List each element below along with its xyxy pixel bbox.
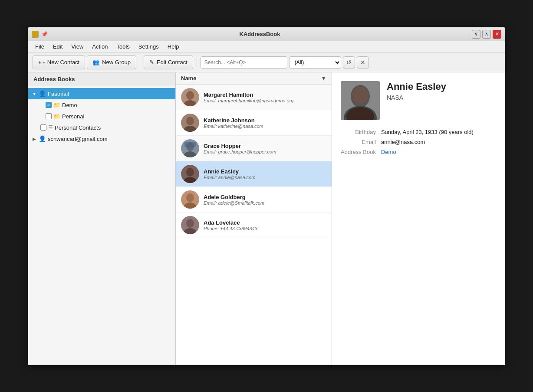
main-window: 📌 KAddressBook ∨ ∧ ✕ File Edit View Acti… bbox=[28, 27, 505, 365]
edit-contact-button[interactable]: ✎ Edit Contact bbox=[144, 56, 193, 69]
new-contact-label: + New Contact bbox=[43, 59, 80, 65]
group-icon: 👥 bbox=[92, 59, 99, 65]
demo-checkbox[interactable]: ✓ bbox=[46, 102, 52, 108]
katherine-avatar bbox=[181, 114, 199, 132]
addressbook-value[interactable]: Demo bbox=[381, 149, 496, 155]
pin-icon[interactable]: 📌 bbox=[41, 31, 48, 37]
svg-point-4 bbox=[186, 117, 194, 125]
margaret-avatar bbox=[181, 88, 199, 106]
contact-row-katherine[interactable]: Katherine Johnson Email: katherine@nasa.… bbox=[176, 110, 332, 136]
contacts-list: Margaret Hamilton Email: margaret.hamilt… bbox=[176, 85, 332, 365]
addressbook-icon: ☰ bbox=[48, 124, 53, 131]
addressbook-label: Address Book bbox=[341, 149, 376, 155]
new-group-label: New Group bbox=[102, 59, 131, 65]
plus-icon: + bbox=[38, 59, 42, 65]
sidebar: Address Books ▼ 👤 Fastmail ✓ 📁 Demo bbox=[28, 72, 176, 365]
app-icon bbox=[32, 31, 39, 38]
contact-row-margaret[interactable]: Margaret Hamilton Email: margaret.hamilt… bbox=[176, 85, 332, 110]
margaret-email: Email: margaret.hamilton@nasa-demo.org bbox=[204, 98, 326, 103]
menu-edit[interactable]: Edit bbox=[49, 42, 66, 51]
email-value[interactable]: annie@nasa.com bbox=[381, 139, 496, 145]
toolbar-separator-2 bbox=[197, 56, 197, 69]
fastmail-label: Fastmail bbox=[48, 91, 69, 97]
contacts-panel: Name ▼ Margaret Hamilton Email: bbox=[176, 72, 332, 365]
detail-name: Annie Easley bbox=[387, 81, 446, 92]
personal-contacts-checkbox[interactable] bbox=[40, 124, 46, 131]
sidebar-item-demo[interactable]: ✓ 📁 Demo bbox=[28, 99, 175, 111]
ada-name: Ada Lovelace bbox=[204, 219, 326, 226]
minimize-button[interactable]: ∨ bbox=[472, 30, 480, 39]
fastmail-account-icon: 👤 bbox=[39, 90, 46, 97]
sidebar-item-schwancarl[interactable]: ▶ 👤 schwancarl@gmail.com bbox=[28, 133, 175, 144]
edit-contact-label: Edit Contact bbox=[157, 59, 188, 65]
margaret-info: Margaret Hamilton Email: margaret.hamilt… bbox=[204, 91, 326, 103]
personal-contacts-label: Personal Contacts bbox=[55, 124, 101, 131]
search-input[interactable] bbox=[201, 56, 287, 69]
ada-email: Phone: +44 43 43894343 bbox=[204, 226, 326, 231]
personal-checkbox[interactable] bbox=[46, 113, 52, 119]
contacts-header: Name ▼ bbox=[176, 72, 332, 85]
close-button[interactable]: ✕ bbox=[493, 30, 501, 39]
filter-dropdown[interactable]: (All) Demo Personal bbox=[289, 56, 341, 69]
maximize-button[interactable]: ∧ bbox=[482, 30, 491, 39]
detail-org: NASA bbox=[387, 94, 446, 101]
edit-icon: ✎ bbox=[149, 59, 154, 65]
katherine-name: Katherine Johnson bbox=[204, 117, 326, 124]
contact-row-annie[interactable]: Annie Easley Email: annie@nasa.com bbox=[176, 161, 332, 187]
annie-email: Email: annie@nasa.com bbox=[204, 175, 326, 180]
titlebar-left: 📌 bbox=[32, 31, 48, 38]
birthday-value: Sunday, April 23, 1933 (90 years old) bbox=[381, 129, 496, 135]
contacts-name-header[interactable]: Name bbox=[181, 75, 321, 82]
menu-file[interactable]: File bbox=[32, 42, 48, 51]
undo-button[interactable]: ↺ bbox=[343, 56, 355, 69]
schwancarl-account-icon: 👤 bbox=[39, 135, 46, 142]
detail-header: Annie Easley NASA bbox=[341, 81, 496, 120]
personal-folder-icon: 📁 bbox=[53, 113, 60, 120]
svg-rect-9 bbox=[184, 142, 196, 147]
adele-avatar bbox=[181, 190, 199, 209]
grace-info: Grace Hopper Email: grace.hopper@hopper.… bbox=[204, 143, 326, 154]
svg-point-17 bbox=[186, 219, 194, 228]
sidebar-item-fastmail[interactable]: ▼ 👤 Fastmail bbox=[28, 88, 175, 99]
personal-label: Personal bbox=[62, 113, 84, 120]
svg-point-22 bbox=[352, 87, 368, 104]
ada-avatar bbox=[181, 216, 199, 234]
contact-row-adele[interactable]: Adele Goldberg Email: adele@Smalltalk.co… bbox=[176, 187, 332, 212]
window-controls: ∨ ∧ ✕ bbox=[472, 30, 501, 39]
menu-settings[interactable]: Settings bbox=[135, 42, 162, 51]
contact-row-ada[interactable]: Ada Lovelace Phone: +44 43 43894343 bbox=[176, 212, 332, 238]
detail-panel: Annie Easley NASA Birthday Sunday, April… bbox=[332, 72, 505, 365]
window-title: KAddressBook bbox=[48, 31, 472, 37]
demo-label: Demo bbox=[62, 102, 77, 108]
menu-help[interactable]: Help bbox=[164, 42, 183, 51]
margaret-name: Margaret Hamilton bbox=[204, 91, 326, 98]
menu-tools[interactable]: Tools bbox=[113, 42, 133, 51]
sidebar-header: Address Books bbox=[28, 72, 175, 86]
email-label: Email bbox=[341, 139, 376, 145]
ada-info: Ada Lovelace Phone: +44 43 43894343 bbox=[204, 219, 326, 231]
schwancarl-label: schwancarl@gmail.com bbox=[48, 136, 107, 142]
menu-view[interactable]: View bbox=[68, 42, 87, 51]
sidebar-item-personal[interactable]: 📁 Personal bbox=[28, 111, 175, 122]
contact-row-grace[interactable]: Grace Hopper Email: grace.hopper@hopper.… bbox=[176, 136, 332, 161]
toolbar: + + New Contact 👥 New Group ✎ Edit Conta… bbox=[28, 52, 505, 72]
expand-fastmail-icon: ▼ bbox=[32, 91, 37, 96]
detail-table: Birthday Sunday, April 23, 1933 (90 year… bbox=[341, 129, 496, 155]
sidebar-item-personal-contacts[interactable]: ☰ Personal Contacts bbox=[28, 122, 175, 133]
svg-point-14 bbox=[186, 193, 194, 202]
sort-icon[interactable]: ▼ bbox=[321, 75, 326, 82]
detail-avatar bbox=[341, 81, 380, 120]
new-group-button[interactable]: 👥 New Group bbox=[87, 56, 136, 69]
birthday-label: Birthday bbox=[341, 129, 376, 135]
toolbar-separator-1 bbox=[140, 56, 140, 69]
menu-action[interactable]: Action bbox=[89, 42, 111, 51]
expand-schwancarl-icon: ▶ bbox=[32, 137, 37, 141]
detail-name-org: Annie Easley NASA bbox=[387, 81, 446, 101]
svg-point-11 bbox=[186, 168, 194, 176]
adele-email: Email: adele@Smalltalk.com bbox=[204, 200, 326, 206]
svg-point-1 bbox=[186, 91, 194, 100]
new-contact-button[interactable]: + + New Contact bbox=[33, 56, 85, 69]
katherine-info: Katherine Johnson Email: katherine@nasa.… bbox=[204, 117, 326, 129]
clear-button[interactable]: ✕ bbox=[357, 56, 369, 69]
adele-name: Adele Goldberg bbox=[204, 194, 326, 200]
